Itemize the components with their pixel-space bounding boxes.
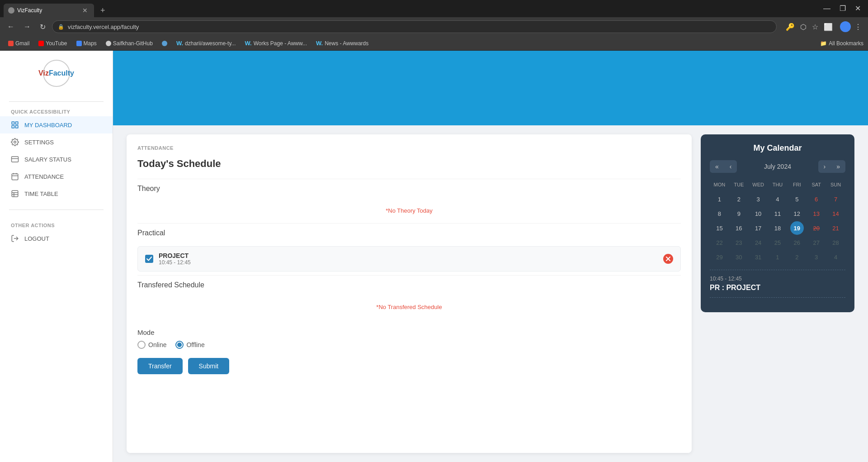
close-button[interactable]: ✕ [851,3,864,14]
cal-cell-8[interactable]: 8 [712,207,726,220]
cal-cell-31[interactable]: 31 [751,250,765,264]
svg-rect-7 [12,174,18,180]
logo-viz: Viz [38,69,49,77]
bookmark-maps[interactable]: Maps [73,39,100,48]
transfer-button[interactable]: Transfer [137,358,183,374]
calendar-nav-prev-group: « ‹ [710,160,737,173]
back-button[interactable]: ← [5,21,17,33]
other-actions-label: OTHER ACTIONS [0,219,113,230]
extensions-icon[interactable]: ⬜ [822,21,835,33]
sidebar-item-attendance[interactable]: ATTENDANCE [0,168,113,185]
restore-button[interactable]: ❐ [836,3,849,14]
cal-header-fri: FRI [787,180,807,189]
cal-cell-21[interactable]: 21 [829,221,843,235]
mode-online-option[interactable]: Online [137,341,166,349]
cal-cell-next-4[interactable]: 4 [829,250,843,264]
calendar-next-button[interactable]: › [818,160,831,173]
attendance-section-label: ATTENDANCE [137,145,681,151]
cal-cell-14[interactable]: 14 [829,207,843,220]
submit-button[interactable]: Submit [188,358,230,374]
cal-cell-27[interactable]: 27 [810,236,823,249]
sidebar-item-settings[interactable]: SETTINGS [0,133,113,151]
address-bar-row: ← → ↻ 🔒 vizfaculty.vercel.app/faculty 🔑 … [0,17,868,36]
key-icon[interactable]: 🔑 [784,21,797,33]
bookmark-gmail[interactable]: Gmail [5,39,33,48]
sidebar-item-logout[interactable]: LOGOUT [0,230,113,247]
cal-cell-18[interactable]: 18 [771,221,784,235]
cal-cell-9[interactable]: 9 [732,207,745,220]
cal-cell-next-1[interactable]: 1 [771,250,784,264]
practical-checkbox[interactable] [145,255,153,263]
cal-cell-11[interactable]: 11 [771,207,784,220]
cal-cell-29[interactable]: 29 [712,250,726,264]
cal-cell-12[interactable]: 12 [790,207,804,220]
cal-cell-2[interactable]: 2 [732,192,745,206]
theory-section-title: Theory [137,179,681,198]
cal-cell-7[interactable]: 7 [829,192,843,206]
cast-icon[interactable]: ⬡ [798,21,808,33]
cal-cell-26[interactable]: 26 [790,236,804,249]
bookmark-globe[interactable] [158,39,171,48]
cal-cell-19-today[interactable]: 19 [790,221,804,235]
calendar-grid: MON TUE WED THU FRI SAT SUN 1 [710,180,845,264]
gmail-favicon [8,41,14,46]
cal-cell-1[interactable]: 1 [712,192,726,206]
practical-item: PROJECT 10:45 - 12:45 [137,246,681,271]
star-icon[interactable]: ☆ [810,21,820,33]
online-label: Online [148,341,166,348]
sidebar-item-dashboard[interactable]: MY DASHBOARD [0,116,113,133]
calendar-prev-prev-button[interactable]: « [710,160,724,173]
svg-rect-11 [12,191,18,197]
cal-cell-6[interactable]: 6 [810,192,823,206]
cal-cell-3[interactable]: 3 [751,192,765,206]
svg-rect-3 [16,126,18,128]
logo-text: VizFaculty [38,69,74,77]
bookmark-news[interactable]: W. News - Awwwards [312,38,372,48]
cal-cell-4[interactable]: 4 [771,192,784,206]
menu-icon[interactable]: ⋮ [853,21,863,33]
cal-cell-15[interactable]: 15 [712,221,726,235]
cal-cell-23[interactable]: 23 [732,236,745,249]
cal-cell-20[interactable]: 20 [810,221,823,235]
cal-cell-30[interactable]: 30 [732,250,745,264]
calendar-widget: My Calendar « ‹ July 2024 › » [701,134,854,312]
sidebar-settings-label: SETTINGS [24,139,54,146]
cal-cell-next-2[interactable]: 2 [790,250,804,264]
cal-cell-28[interactable]: 28 [829,236,843,249]
practical-info: PROJECT 10:45 - 12:45 [159,252,658,266]
active-tab[interactable]: VizFaculty ✕ [4,4,94,17]
address-bar[interactable]: 🔒 vizfaculty.vercel.app/faculty [52,20,777,33]
mode-label: Mode [137,329,681,336]
bookmark-works[interactable]: W. Works Page - Awww... [241,38,311,48]
cal-cell-22[interactable]: 22 [712,236,726,249]
bookmark-github[interactable]: Saifkhan-GitHub [102,39,156,48]
cal-cell-16[interactable]: 16 [732,221,745,235]
new-tab-button[interactable]: + [98,4,108,17]
mode-offline-option[interactable]: Offline [175,341,204,349]
calendar-next-next-button[interactable]: » [831,160,845,173]
cal-cell-5[interactable]: 5 [790,192,804,206]
sidebar-item-timetable[interactable]: TIME TABLE [0,185,113,202]
reload-button[interactable]: ↻ [37,21,48,33]
offline-radio[interactable] [175,341,184,349]
calendar-prev-button[interactable]: ‹ [724,160,737,173]
bookmark-youtube[interactable]: YouTube [35,39,71,48]
bookmark-dzharii[interactable]: W. dzharii/awesome-ty... [173,38,240,48]
cal-cell-10[interactable]: 10 [751,207,765,220]
tab-close-button[interactable]: ✕ [80,6,90,15]
profile-icon[interactable] [840,21,851,32]
sidebar-item-salary[interactable]: SALARY STATUS [0,151,113,168]
cal-cell-13[interactable]: 13 [810,207,823,220]
forward-button[interactable]: → [21,21,33,33]
all-bookmarks-button[interactable]: 📁 All Bookmarks [820,40,863,47]
minimize-button[interactable]: — [820,4,834,14]
cal-cell-next-3[interactable]: 3 [810,250,823,264]
cal-cell-24[interactable]: 24 [751,236,765,249]
offline-radio-inner [177,343,182,347]
cal-cell-25[interactable]: 25 [771,236,784,249]
cal-cell-17[interactable]: 17 [751,221,765,235]
online-radio[interactable] [137,341,146,349]
no-theory-message: *No Theory Today [137,198,681,223]
practical-delete-button[interactable] [663,254,673,264]
sidebar-salary-label: SALARY STATUS [24,156,71,163]
